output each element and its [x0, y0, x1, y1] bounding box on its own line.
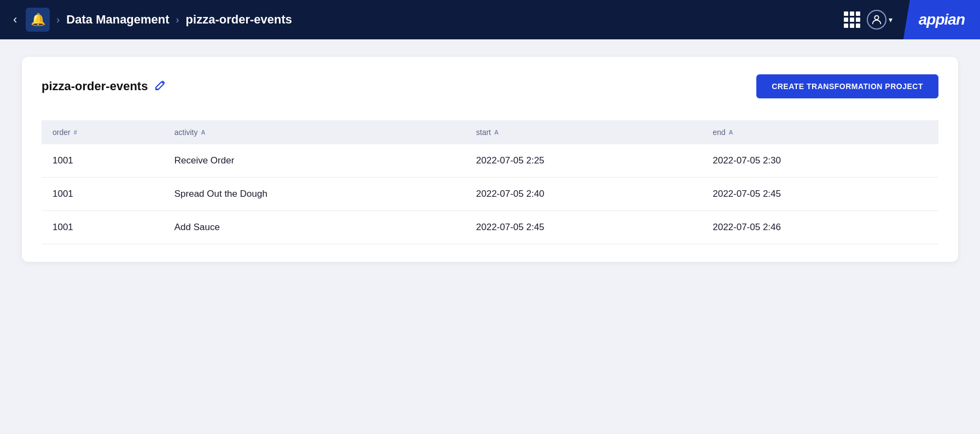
cell-start-1: 2022-07-05 2:40: [465, 178, 702, 211]
app-icon-box: 🔔: [26, 8, 50, 32]
table-row: 1001Spread Out the Dough2022-07-05 2:402…: [42, 178, 938, 211]
appian-logo: appian: [919, 11, 965, 28]
apps-grid-button[interactable]: [844, 11, 860, 28]
cell-end-1: 2022-07-05 2:45: [702, 178, 938, 211]
column-label-order: order: [52, 128, 71, 137]
breadcrumb-pizza-order-events[interactable]: pizza-order-events: [186, 13, 292, 27]
sort-icon-start: A: [494, 129, 499, 136]
grid-dot: [856, 24, 860, 28]
table-row: 1001Add Sauce2022-07-05 2:452022-07-05 2…: [42, 211, 938, 244]
edit-icon[interactable]: [154, 78, 167, 95]
user-profile-button[interactable]: ▾: [867, 10, 892, 30]
cell-order-1: 1001: [42, 178, 164, 211]
cell-activity-0: Receive Order: [164, 144, 465, 178]
sort-icon-end: A: [729, 129, 733, 136]
grid-dot: [844, 11, 848, 16]
back-button[interactable]: ‹: [9, 11, 21, 28]
table-row: 1001Receive Order2022-07-05 2:252022-07-…: [42, 144, 938, 178]
column-header-end[interactable]: end A: [702, 120, 938, 144]
svg-rect-1: [155, 89, 158, 90]
cell-activity-1: Spread Out the Dough: [164, 178, 465, 211]
grid-dot: [850, 11, 854, 16]
card-title-area: pizza-order-events: [42, 78, 167, 95]
appian-logo-area: appian: [903, 0, 980, 39]
cell-activity-2: Add Sauce: [164, 211, 465, 244]
breadcrumb-sep-2: ›: [176, 14, 179, 26]
breadcrumb-data-management[interactable]: Data Management: [66, 13, 169, 27]
sort-icon-order: #: [74, 129, 77, 136]
cell-order-0: 1001: [42, 144, 164, 178]
cell-end-0: 2022-07-05 2:30: [702, 144, 938, 178]
table-body: 1001Receive Order2022-07-05 2:252022-07-…: [42, 144, 938, 244]
column-header-start[interactable]: start A: [465, 120, 702, 144]
main-card: pizza-order-events CREATE TRANSFORMATION…: [22, 57, 958, 262]
main-content: pizza-order-events CREATE TRANSFORMATION…: [0, 39, 980, 279]
chevron-down-icon: ▾: [889, 15, 892, 24]
column-header-activity[interactable]: activity A: [164, 120, 465, 144]
card-header: pizza-order-events CREATE TRANSFORMATION…: [42, 74, 938, 98]
nav-left: ‹ 🔔 › Data Management › pizza-order-even…: [9, 8, 844, 32]
grid-dot: [856, 11, 860, 16]
bell-icon: 🔔: [31, 13, 45, 27]
svg-point-0: [874, 16, 878, 20]
column-label-start: start: [476, 128, 491, 137]
grid-dot: [844, 17, 848, 22]
cell-end-2: 2022-07-05 2:46: [702, 211, 938, 244]
create-transformation-button[interactable]: CREATE TRANSFORMATION PROJECT: [756, 74, 938, 98]
cell-start-2: 2022-07-05 2:45: [465, 211, 702, 244]
grid-dot: [850, 17, 854, 22]
column-header-order[interactable]: order #: [42, 120, 164, 144]
cell-order-2: 1001: [42, 211, 164, 244]
grid-dot: [856, 17, 860, 22]
card-title: pizza-order-events: [42, 79, 148, 93]
table-header: order # activity A start A: [42, 120, 938, 144]
grid-dot: [844, 24, 848, 28]
cell-start-0: 2022-07-05 2:25: [465, 144, 702, 178]
top-navigation: ‹ 🔔 › Data Management › pizza-order-even…: [0, 0, 980, 39]
column-label-end: end: [713, 128, 725, 137]
data-table: order # activity A start A: [42, 120, 938, 244]
breadcrumb-sep-1: ›: [56, 14, 60, 26]
nav-right: ▾: [844, 10, 892, 30]
avatar: [867, 10, 886, 30]
grid-dot: [850, 24, 854, 28]
column-label-activity: activity: [174, 128, 198, 137]
sort-icon-activity: A: [201, 129, 206, 136]
table-header-row: order # activity A start A: [42, 120, 938, 144]
